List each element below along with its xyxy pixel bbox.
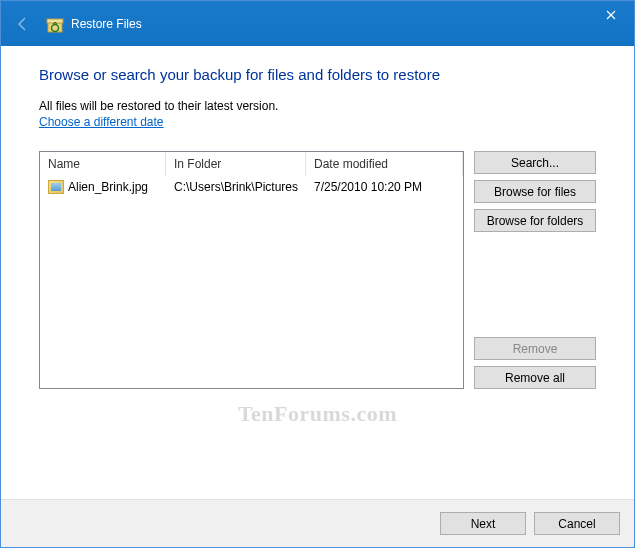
list-header: Name In Folder Date modified [40,152,463,176]
image-file-icon [48,180,64,194]
col-header-date[interactable]: Date modified [306,152,463,176]
side-buttons: Search... Browse for files Browse for fo… [474,151,596,389]
content-area: Browse or search your backup for files a… [1,46,634,389]
remove-button: Remove [474,337,596,360]
browse-folders-button[interactable]: Browse for folders [474,209,596,232]
search-button[interactable]: Search... [474,151,596,174]
next-button[interactable]: Next [440,512,526,535]
restore-files-icon [45,14,65,34]
watermark: TenForums.com [1,401,634,427]
close-icon [606,10,616,20]
page-heading: Browse or search your backup for files a… [39,66,596,83]
list-body: Alien_Brink.jpg C:\Users\Brink\Pictures … [40,176,463,388]
remove-all-button[interactable]: Remove all [474,366,596,389]
cell-folder: C:\Users\Brink\Pictures [166,180,306,194]
subtext: All files will be restored to their late… [39,99,596,113]
window-title: Restore Files [71,17,142,31]
main-row: Name In Folder Date modified Alien_Brink… [39,151,596,389]
file-name-text: Alien_Brink.jpg [68,180,148,194]
browse-files-button[interactable]: Browse for files [474,180,596,203]
file-list[interactable]: Name In Folder Date modified Alien_Brink… [39,151,464,389]
footer: Next Cancel [1,499,634,547]
close-button[interactable] [588,1,634,29]
cell-name: Alien_Brink.jpg [40,180,166,194]
choose-date-link[interactable]: Choose a different date [39,115,164,129]
cell-date: 7/25/2010 10:20 PM [306,180,463,194]
titlebar: Restore Files [1,1,634,46]
back-button[interactable] [9,10,37,38]
col-header-folder[interactable]: In Folder [166,152,306,176]
cancel-button[interactable]: Cancel [534,512,620,535]
spacer [474,238,596,331]
list-item[interactable]: Alien_Brink.jpg C:\Users\Brink\Pictures … [40,176,463,198]
col-header-name[interactable]: Name [40,152,166,176]
arrow-left-icon [15,16,31,32]
